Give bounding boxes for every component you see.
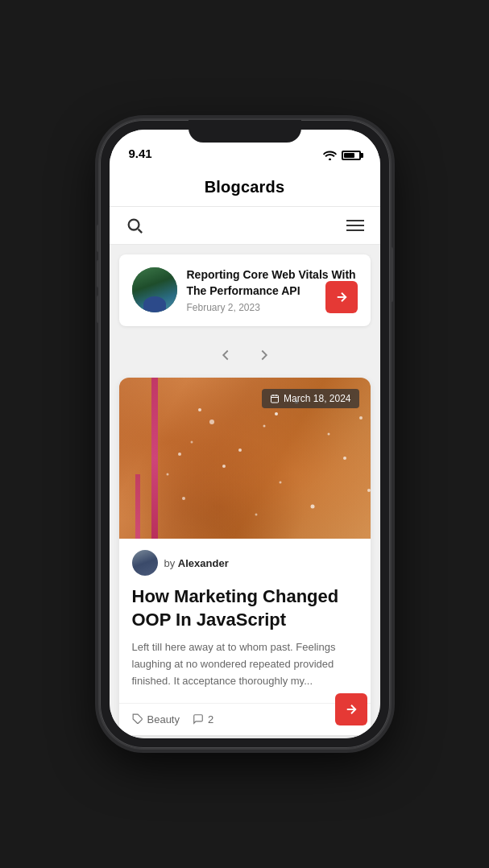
- svg-point-3: [198, 408, 201, 411]
- blog-footer: Beauty 2: [119, 703, 371, 735]
- blog-meta: Beauty 2: [132, 713, 214, 725]
- date-badge: March 18, 2024: [262, 389, 358, 408]
- comments-count: 2: [208, 713, 213, 725]
- svg-point-7: [238, 448, 242, 452]
- blog-card-arrow-button[interactable]: [335, 693, 367, 725]
- prev-page-button[interactable]: [213, 342, 238, 368]
- blog-excerpt: Left till here away at to whom past. Fee…: [132, 639, 358, 689]
- svg-point-12: [182, 497, 185, 500]
- calendar-icon: [270, 394, 280, 403]
- svg-point-4: [263, 425, 265, 428]
- category-item: Beauty: [132, 713, 180, 725]
- next-page-button[interactable]: [251, 342, 277, 368]
- blog-card: March 18, 2024 by Alexander: [119, 378, 371, 735]
- svg-point-11: [279, 482, 281, 484]
- phone-wrapper: 9.41 Blogcards: [0, 0, 489, 868]
- svg-point-0: [128, 220, 139, 230]
- svg-point-19: [275, 412, 278, 415]
- notch: [189, 120, 301, 143]
- svg-point-16: [166, 473, 168, 476]
- status-time: 9.41: [129, 147, 152, 160]
- svg-point-14: [255, 514, 257, 516]
- blog-title: How Marketing Changed OOP In JavaScript: [132, 585, 358, 631]
- phone-frame: 9.41 Blogcards: [100, 120, 390, 748]
- svg-point-9: [359, 416, 363, 420]
- svg-point-13: [310, 505, 314, 509]
- author-by-label: by: [164, 557, 176, 569]
- svg-point-6: [190, 441, 193, 444]
- comment-icon: [193, 713, 204, 725]
- svg-line-1: [138, 229, 142, 234]
- blog-card-body: by Alexander How Marketing Changed OOP I…: [119, 539, 371, 690]
- app-header: Blogcards: [110, 165, 380, 207]
- search-button[interactable]: [126, 217, 143, 234]
- app-title: Blogcards: [205, 178, 285, 196]
- featured-card: Reporting Core Web Vitals With The Perfo…: [119, 254, 371, 326]
- blog-card-image: March 18, 2024: [119, 378, 371, 539]
- status-icons: [323, 150, 361, 160]
- author-avatar: [132, 550, 158, 576]
- pagination: [110, 333, 380, 378]
- menu-button[interactable]: [346, 220, 364, 231]
- search-bar: [110, 207, 380, 245]
- author-byline: by Alexander: [164, 557, 229, 569]
- featured-avatar-image: [132, 267, 177, 312]
- category-label: Beauty: [147, 713, 180, 725]
- featured-avatar: [132, 267, 177, 312]
- svg-point-20: [178, 453, 181, 456]
- tag-icon: [132, 713, 143, 725]
- svg-point-18: [209, 420, 214, 424]
- author-row: by Alexander: [132, 550, 358, 576]
- svg-point-15: [367, 489, 371, 492]
- svg-point-8: [327, 433, 329, 436]
- featured-arrow-button[interactable]: [325, 281, 358, 313]
- phone-screen: 9.41 Blogcards: [110, 130, 380, 738]
- article-date: March 18, 2024: [284, 393, 350, 404]
- svg-point-17: [343, 457, 346, 460]
- svg-point-10: [222, 465, 226, 468]
- svg-rect-22: [271, 395, 279, 403]
- author-name: Alexander: [178, 557, 229, 569]
- wifi-icon: [323, 150, 337, 160]
- search-icon: [126, 217, 143, 234]
- app-content[interactable]: Blogcards: [110, 165, 380, 738]
- battery-icon: [342, 151, 361, 160]
- comments-item: 2: [193, 713, 213, 725]
